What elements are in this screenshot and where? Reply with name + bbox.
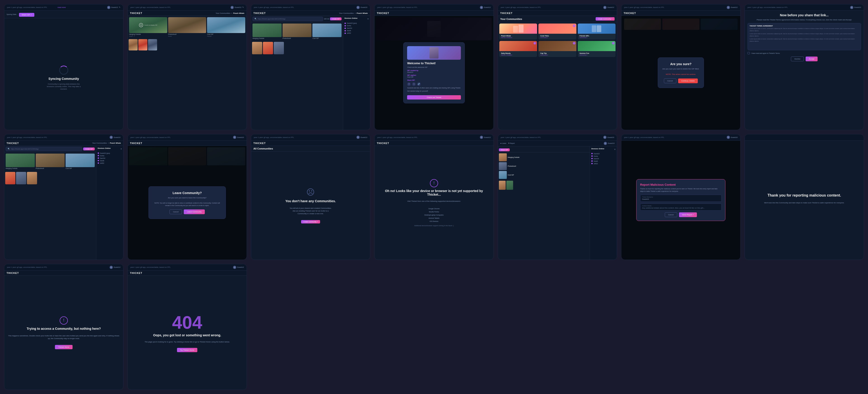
- not-supported-list: Google Chrome Mozilla Firefox Desktop/La…: [424, 207, 443, 223]
- device-dot-3-2: [344, 28, 346, 29]
- share-icon-fb[interactable]: f: [407, 82, 411, 86]
- topbar-guest-6: G Guest12: [727, 6, 738, 9]
- 404-title: Oops, you got lost or something went wro…: [153, 333, 221, 337]
- gif-item-3-2[interactable]: Photoshoot!: [283, 24, 312, 39]
- gif-row-12-3[interactable]: Cool GIF: [499, 171, 589, 179]
- welcome-cta-btn[interactable]: Check out Thicket: [407, 95, 461, 99]
- tos-checkbox-row: I have read and agree to Thicket's Terms…: [747, 52, 861, 54]
- search-input-8[interactable]: https://thicket.app/v/abc/def/123/thinkg…: [11, 148, 80, 150]
- guest-avatar-10: G: [356, 136, 360, 139]
- nav-breadcrumb-3: Your Communities > Peach Whale: [339, 12, 368, 14]
- devices-close-12[interactable]: ×: [614, 148, 616, 151]
- device-item-3-0: Guest10 (you): [344, 22, 369, 24]
- devices-close-8[interactable]: ×: [121, 148, 122, 150]
- device-dot-8-0: [98, 152, 99, 154]
- leave-confirm-btn[interactable]: Leave Community: [184, 209, 205, 214]
- topbar-readmore[interactable]: read more: [57, 6, 107, 8]
- gif-thumb-photoshoot: [168, 17, 206, 33]
- coral-check: ✓: [573, 24, 576, 27]
- person-row-8: [4, 171, 96, 185]
- report-send-btn[interactable]: Send Report +: [679, 212, 697, 217]
- accessing-home-btn[interactable]: Thicket Home: [55, 345, 72, 349]
- community-card-friends[interactable]: Friends GIFs community 3: [578, 24, 616, 39]
- ays-confirm-btn[interactable]: Continue, Delete: [678, 79, 698, 83]
- edit-icon-2[interactable]: ✎: [242, 6, 244, 8]
- gif-item-hanging[interactable]: Could not display GIF Hanging Outside Gu…: [129, 17, 167, 37]
- screen-gif-devices-3: peer 1 peer gif app, unconnectable, base…: [498, 134, 617, 260]
- topbar-guest-12: G Guest10: [603, 136, 614, 139]
- guest-avatar-9: G: [233, 136, 236, 139]
- tos-checkbox[interactable]: [747, 52, 750, 54]
- gif-list-12: Hanging Outside Photoshoot! Cool GIF: [498, 152, 590, 180]
- gif-name-12-1: Hanging Outside: [508, 156, 520, 158]
- gif-item-3-3[interactable]: Cool GIF: [312, 24, 342, 39]
- search-icon-8: 🔍: [8, 148, 10, 150]
- share-icon-tw[interactable]: t: [412, 82, 416, 86]
- community-card-beauty[interactable]: ✓ Daily Beauty friends in Newport: [499, 41, 537, 57]
- person-mini-8-1: [5, 172, 16, 184]
- screen-all-communities: peer 1 peer gif app, unconnectable, base…: [251, 134, 370, 260]
- summer-check: ✓: [612, 42, 615, 44]
- edit-icon[interactable]: ✎: [119, 6, 121, 8]
- create-community-btn[interactable]: Create Community +: [596, 17, 615, 21]
- search-bar-3[interactable]: 🔍 https://thicket.app/v/abc/def/123/thin…: [252, 17, 323, 21]
- gif-item-8-3[interactable]: Cool GIF: [66, 154, 95, 170]
- share-icon-link[interactable]: 🔗: [417, 82, 421, 86]
- search-input-3[interactable]: https://thicket.app/v/abc/def/123/thinkg…: [258, 18, 321, 20]
- gif-label-cool: Cool GIF: [207, 33, 245, 35]
- topbar-2: peer 1 peer gif app, unconnectable, base…: [128, 4, 247, 11]
- guest-avatar-15: G: [110, 266, 113, 269]
- ays-cancel-btn[interactable]: Cancel: [664, 79, 676, 83]
- community-card-coral[interactable]: ✓ Coral Tides community 2: [538, 24, 576, 39]
- nav-communities-3[interactable]: Your Communities: [339, 12, 354, 14]
- thicket-logo-10: THICKET: [253, 142, 266, 145]
- report-cancel-btn[interactable]: Cancel: [665, 212, 677, 217]
- screen-welcome: peer 1 peer gif app, unconnectable, base…: [374, 4, 494, 130]
- community-card-cap[interactable]: ✓ Cap Trip community 2: [538, 41, 576, 57]
- devices-close-3[interactable]: ×: [367, 18, 369, 20]
- gif-item-cool[interactable]: Cool GIF Guest4: [207, 17, 245, 37]
- not-supported-body: Visit Thicket from one of the following …: [407, 200, 461, 203]
- gif-item-3-1[interactable]: Hanging Outside: [252, 24, 282, 39]
- share-gif-btn-12[interactable]: Share GIF: [499, 148, 510, 151]
- gif-row-12-2[interactable]: Photoshoot!: [499, 162, 589, 170]
- report-nickname-val: Guest10: [642, 198, 720, 200]
- community-card-summer[interactable]: ✓ Summer Fun community 3: [578, 41, 616, 57]
- create-gif-btn[interactable]: Create GIF: [330, 18, 342, 20]
- gif-row-12-1[interactable]: Hanging Outside: [499, 153, 589, 161]
- no-comm-create-btn[interactable]: Create Community +: [301, 220, 320, 223]
- leave-cancel-btn[interactable]: Cancel: [169, 209, 182, 214]
- 404-home-btn[interactable]: Try Thicket Home: [177, 348, 197, 352]
- devices-title-8: Devices Online: [98, 147, 111, 149]
- welcome-footer1: Guest18 and lots of other users are crea…: [407, 87, 461, 89]
- nav-communities-8[interactable]: Your Communities: [92, 142, 107, 144]
- nav-communities-2[interactable]: Your Communities: [216, 12, 230, 14]
- topbar-text-6: peer 1 peer gif app, unconnectable, base…: [624, 6, 727, 8]
- no-comm-body: You left all of your shared and created …: [288, 207, 333, 215]
- report-nickname-label: Thicket Nickname:: [642, 196, 720, 198]
- search-bar-8[interactable]: 🔍 https://thicket.app/v/abc/def/123/thin…: [6, 147, 82, 151]
- gif-meta-photoshoot: Guest: [168, 35, 206, 37]
- welcome-created-label: GIF created by:: [407, 70, 461, 71]
- report-details-field[interactable]: Incident Details: Any additional details…: [640, 204, 722, 211]
- gif-item-8-2[interactable]: Photoshoot!: [36, 154, 65, 170]
- device-dot-12-3: [591, 160, 593, 162]
- nav-leave-12[interactable]: ⬅ Leave: [500, 143, 506, 144]
- create-gif-btn-8[interactable]: Create GIF: [83, 148, 95, 150]
- gif-item-8-1[interactable]: Hanging Outside: [6, 154, 35, 170]
- share-size: 325 mb: [324, 18, 329, 20]
- comm-sub-cap: community 2: [539, 54, 575, 56]
- tos-accept-btn[interactable]: Accept: [806, 57, 817, 61]
- person-strip-12: [498, 180, 590, 191]
- leave-btn-row: Cancel Leave Community: [153, 209, 221, 214]
- friends-info: Friends GIFs community 3: [578, 34, 616, 39]
- share-gif-button[interactable]: Share GIF +: [19, 13, 34, 17]
- tos-decline-btn[interactable]: Decline: [791, 57, 804, 61]
- communities-page-title: Your Communities: [500, 18, 522, 20]
- topbar-guest-10: G Guest12: [356, 136, 367, 139]
- all-comm-content: ☹ You don't have any Communities. You le…: [251, 152, 370, 260]
- community-card-peach[interactable]: Peach Whale friends in Newport: [499, 24, 537, 39]
- guest-avatar-7: G: [850, 6, 853, 9]
- nav-report-12[interactable]: ⚑ Report: [508, 143, 515, 144]
- gif-item-photoshoot[interactable]: Photoshoot! Guest: [168, 17, 206, 37]
